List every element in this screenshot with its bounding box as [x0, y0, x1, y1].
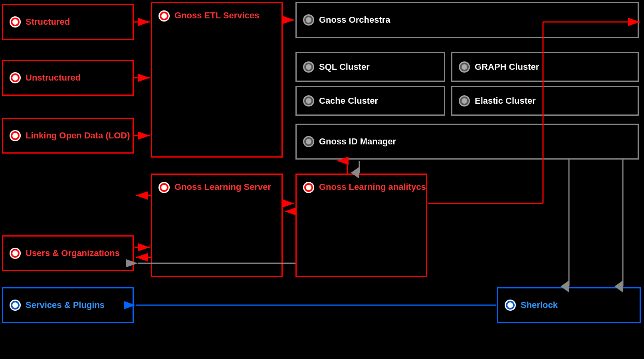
- linking-open-data-node: Linking Open Data (LOD): [2, 118, 134, 154]
- elastic-cluster-node: Elastic Cluster: [451, 86, 639, 116]
- cache-dot: [303, 95, 314, 107]
- unstructured-dot: [10, 72, 21, 83]
- learning-analytics-dot: [303, 182, 314, 193]
- services-plugins-node: Services & Plugins: [2, 287, 134, 323]
- users-organizations-node: Users & Organizations: [2, 235, 134, 271]
- unstructured-label: Unstructured: [26, 73, 81, 83]
- unstructured-node: Unstructured: [2, 60, 134, 96]
- services-dot: [10, 300, 21, 311]
- id-manager-dot: [303, 136, 314, 147]
- learning-server-dot: [159, 182, 170, 193]
- graph-cluster-node: GRAPH Cluster: [451, 52, 639, 82]
- structured-node: Structured: [2, 4, 134, 40]
- structured-dot: [10, 16, 21, 28]
- gnoss-orchestra-node: Gnoss Orchestra: [295, 2, 639, 38]
- sql-dot: [303, 61, 314, 73]
- learning-server-label: Gnoss Learning Server: [174, 182, 271, 192]
- sherlock-node: Sherlock: [497, 287, 641, 323]
- sql-cluster-node: SQL Cluster: [295, 52, 445, 82]
- sql-label: SQL Cluster: [319, 62, 370, 72]
- etl-dot: [159, 10, 170, 22]
- structured-label: Structured: [26, 17, 70, 27]
- etl-label: Gnoss ETL Services: [174, 10, 259, 21]
- graph-label: GRAPH Cluster: [475, 62, 539, 72]
- learning-analytics-label: Gnoss Learning analitycs: [319, 182, 426, 192]
- elastic-label: Elastic Cluster: [475, 96, 536, 106]
- gnoss-learning-analytics-node: Gnoss Learning analitycs: [295, 174, 427, 277]
- cache-cluster-node: Cache Cluster: [295, 86, 445, 116]
- orchestra-label: Gnoss Orchestra: [319, 15, 390, 25]
- users-dot: [10, 248, 21, 259]
- gnoss-etl-node: Gnoss ETL Services: [151, 2, 283, 158]
- graph-dot: [459, 61, 470, 73]
- lod-dot: [10, 130, 21, 141]
- id-manager-label: Gnoss ID Manager: [319, 136, 396, 147]
- orchestra-dot: [303, 14, 314, 26]
- users-label: Users & Organizations: [26, 248, 120, 258]
- elastic-dot: [459, 95, 470, 107]
- sherlock-dot: [505, 300, 516, 311]
- sherlock-label: Sherlock: [521, 300, 558, 310]
- lod-label: Linking Open Data (LOD): [26, 130, 130, 141]
- services-label: Services & Plugins: [26, 300, 105, 310]
- gnoss-learning-server-node: Gnoss Learning Server: [151, 174, 283, 277]
- gnoss-id-manager-node: Gnoss ID Manager: [295, 124, 639, 160]
- cache-label: Cache Cluster: [319, 96, 378, 106]
